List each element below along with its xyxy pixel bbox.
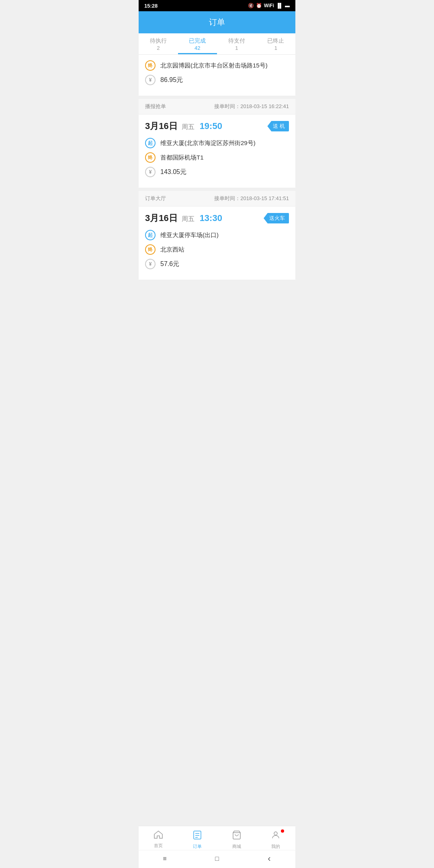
order2-end-point: 北京西站 [160,246,184,254]
order1-price: 143.05元 [160,168,186,176]
tab-unpaid[interactable]: 待支付 1 [217,33,256,54]
tab-pending-count: 2 [139,45,178,51]
order1-datetime-row: 3月16日 周五 19:50 送 机 [145,120,289,132]
page-title: 订单 [209,18,225,27]
order1-start-point: 维亚大厦(北京市海淀区苏州街29号) [160,139,256,147]
order2-weekday: 周五 [182,215,194,222]
order2-accept-time: 接单时间：2018-03-15 17:41:51 [214,195,289,202]
order1-datetime: 3月16日 周五 19:50 [145,120,222,132]
order2-end-row: 终 北京西站 [145,244,289,255]
tab-unpaid-label: 待支付 [228,37,245,44]
partial-end-icon: 终 [145,60,156,71]
battery-icon: ▬ [285,3,290,8]
order2-price-icon: ¥ [145,259,156,269]
order1-end-icon: 终 [145,152,156,163]
order2-price-row: ¥ 57.6元 [145,259,289,269]
partial-end-row: 终 北京园博园(北京市丰台区射击场路15号) [145,60,289,71]
partial-price-icon: ¥ [145,75,156,85]
order1-start-row: 起 维亚大厦(北京市海淀区苏州街29号) [145,138,289,148]
order2-price: 57.6元 [160,260,179,268]
tab-unpaid-count: 1 [217,45,256,51]
order2-date: 3月16日 [145,213,178,223]
content-area: 终 北京园博园(北京市丰台区射击场路15号) ¥ 86.95元 播报抢单 接单时… [139,55,295,335]
tab-completed[interactable]: 已完成 42 [178,33,217,54]
order1-accept-time: 接单时间：2018-03-15 16:22:41 [214,103,289,110]
order2-datetime: 3月16日 周五 13:30 [145,212,222,224]
tab-completed-count: 42 [178,45,217,51]
order1-weekday: 周五 [182,123,194,130]
order2-start-icon: 起 [145,230,156,240]
order2-body: 3月16日 周五 13:30 送火车 起 维亚大厦停车场(出口) 终 北京西站 [139,207,295,280]
order2-end-icon: 终 [145,244,156,255]
tab-pending-label: 待执行 [150,37,167,44]
order1-source: 播报抢单 [145,103,166,110]
status-time: 15:28 [144,3,158,9]
order1-time: 19:50 [200,121,222,131]
order1-start-icon: 起 [145,138,156,148]
tab-stopped-label: 已终止 [267,37,284,44]
mute-icon: 🔇 [248,3,254,8]
partial-order-card[interactable]: 终 北京园博园(北京市丰台区射击场路15号) ¥ 86.95元 [139,55,295,96]
signal-icon: ▐▌ [276,3,283,8]
alarm-icon: ⏰ [256,3,262,8]
tab-stopped[interactable]: 已终止 1 [256,33,296,54]
status-bar: 15:28 🔇 ⏰ WiFi ▐▌ ▬ [139,0,295,11]
partial-end-point: 北京园博园(北京市丰台区射击场路15号) [160,62,268,70]
status-icons: 🔇 ⏰ WiFi ▐▌ ▬ [248,3,290,8]
order1-date: 3月16日 [145,121,178,131]
tab-stopped-count: 1 [256,45,296,51]
order2-time: 13:30 [200,213,222,223]
tab-completed-label: 已完成 [189,37,206,44]
tab-bar: 待执行 2 已完成 42 待支付 1 已终止 1 [139,33,295,55]
order1-price-row: ¥ 143.05元 [145,167,289,177]
order-card-1[interactable]: 播报抢单 接单时间：2018-03-15 16:22:41 3月16日 周五 1… [139,99,295,188]
order1-end-row: 终 首都国际机场T1 [145,152,289,163]
order-card-2[interactable]: 订单大厅 接单时间：2018-03-15 17:41:51 3月16日 周五 1… [139,191,295,280]
order2-start-point: 维亚大厦停车场(出口) [160,231,219,239]
order1-end-point: 首都国际机场T1 [160,154,204,162]
partial-price: 86.95元 [160,76,183,84]
wifi-icon: WiFi [264,3,274,8]
order2-datetime-row: 3月16日 周五 13:30 送火车 [145,212,289,224]
order2-start-row: 起 维亚大厦停车场(出口) [145,230,289,240]
order1-meta: 播报抢单 接单时间：2018-03-15 16:22:41 [139,99,295,115]
order2-source: 订单大厅 [145,195,166,202]
tab-pending[interactable]: 待执行 2 [139,33,178,54]
partial-price-row: ¥ 86.95元 [145,75,289,85]
order1-tag: 送 机 [267,121,289,131]
page-header: 订单 [139,11,295,33]
order2-meta: 订单大厅 接单时间：2018-03-15 17:41:51 [139,191,295,207]
order1-price-icon: ¥ [145,167,156,177]
order1-body: 3月16日 周五 19:50 送 机 起 维亚大厦(北京市海淀区苏州街29号) … [139,115,295,188]
order2-tag: 送火车 [264,213,289,223]
